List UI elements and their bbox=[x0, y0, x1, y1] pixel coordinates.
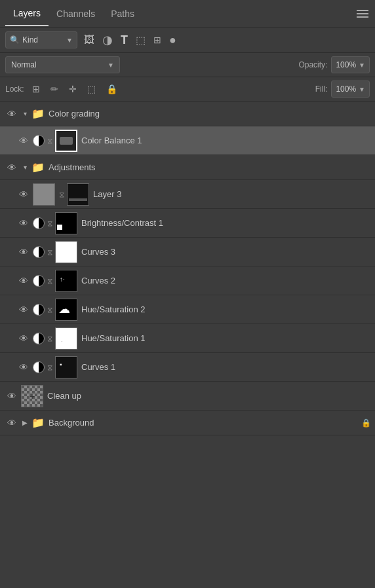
layer-thumbnail bbox=[55, 130, 77, 152]
lock-transparent-icon[interactable]: ⊞ bbox=[30, 83, 43, 96]
fill-group: Fill: 100% ▼ bbox=[315, 81, 370, 98]
kind-dropdown[interactable]: 🔍 Kind ▼ bbox=[5, 31, 77, 48]
filter-type-icon[interactable]: T bbox=[119, 32, 129, 48]
layer-name: Brightness/Contrast 1 bbox=[81, 218, 371, 228]
lock-pixels-icon[interactable]: ✏ bbox=[48, 83, 61, 96]
layer-thumbnail bbox=[21, 385, 43, 407]
visibility-icon[interactable]: 👁 bbox=[17, 362, 30, 373]
layer-thumbnail bbox=[55, 212, 77, 234]
layer-name: Adjustments bbox=[49, 162, 371, 172]
filter-image-icon[interactable]: 🖼 bbox=[83, 33, 96, 47]
lock-all-icon[interactable]: 🔒 bbox=[104, 83, 120, 96]
layer-name: Background bbox=[49, 418, 359, 428]
kind-label: Kind bbox=[22, 35, 64, 45]
folder-icon: 📁 bbox=[31, 161, 45, 174]
kind-arrow-icon: ▼ bbox=[66, 37, 73, 44]
adjustment-icon bbox=[33, 217, 45, 229]
adjustment-icon bbox=[33, 246, 45, 258]
layer-thumbnail bbox=[33, 183, 55, 206]
layer-row[interactable]: 👁 ▾ 📁 Adjustments bbox=[0, 155, 375, 180]
layer-row[interactable]: 👁 ⧖ Hue/Saturation 1 bbox=[0, 324, 375, 353]
expand-arrow-icon[interactable]: ▶ bbox=[21, 419, 29, 426]
panel-menu-icon[interactable] bbox=[357, 10, 368, 18]
lock-artboard-icon[interactable]: ⬚ bbox=[85, 83, 98, 96]
expand-arrow-icon[interactable]: ▾ bbox=[21, 164, 29, 171]
layer-thumbnail bbox=[55, 356, 77, 378]
tab-channels[interactable]: Channels bbox=[49, 2, 103, 26]
fill-label: Fill: bbox=[315, 84, 328, 94]
visibility-icon[interactable]: 👁 bbox=[17, 247, 30, 257]
opacity-value: 100% bbox=[336, 60, 356, 69]
filter-smartobject-icon[interactable]: ⊞ bbox=[152, 33, 163, 46]
link-icon: ⧖ bbox=[47, 136, 52, 145]
lock-label: Lock: bbox=[5, 84, 24, 94]
layer-row[interactable]: 👁 ⧖ Brightness/Contrast 1 bbox=[0, 209, 375, 238]
visibility-icon[interactable]: 👁 bbox=[17, 333, 30, 344]
layer-row[interactable]: 👁 ⧖ Layer 3 bbox=[0, 180, 375, 209]
blend-mode-label: Normal bbox=[11, 60, 37, 69]
link-icon: ⧖ bbox=[47, 305, 52, 314]
locked-icon: 🔒 bbox=[361, 418, 371, 428]
folder-icon: 📁 bbox=[31, 416, 45, 429]
blend-mode-arrow-icon: ▼ bbox=[108, 62, 114, 69]
layer-thumbnail bbox=[55, 299, 77, 321]
link-icon: ⧖ bbox=[59, 190, 64, 199]
tab-paths[interactable]: Paths bbox=[103, 2, 142, 26]
layer-row[interactable]: 👁 ⧖ Curves 3 bbox=[0, 238, 375, 266]
layer-mask-thumbnail bbox=[67, 183, 89, 206]
layer-name: Color Balance 1 bbox=[81, 136, 371, 145]
layer-thumbnail bbox=[55, 241, 77, 263]
link-icon: ⧖ bbox=[47, 276, 52, 285]
layer-row[interactable]: 👁 ⧖ Color Balance 1 bbox=[0, 126, 375, 155]
layer-row[interactable]: 👁 ⧖ Curves 2 bbox=[0, 266, 375, 295]
adjustment-icon bbox=[33, 275, 45, 287]
layer-row[interactable]: 👁 ⧖ Curves 1 bbox=[0, 353, 375, 382]
link-icon: ⧖ bbox=[47, 334, 52, 343]
adjustment-icon bbox=[33, 304, 45, 316]
visibility-icon[interactable]: 👁 bbox=[17, 304, 30, 315]
blend-opacity-row: Normal ▼ Opacity: 100% ▼ bbox=[0, 53, 375, 77]
tabs-bar: Layers Channels Paths bbox=[0, 0, 375, 28]
layer-name: Layer 3 bbox=[93, 189, 371, 199]
layer-row[interactable]: 👁 ▶ 📁 Background 🔒 bbox=[0, 411, 375, 435]
fill-arrow-icon: ▼ bbox=[359, 86, 365, 93]
lock-position-icon[interactable]: ✛ bbox=[66, 83, 79, 96]
filter-pixel-icon[interactable]: ● bbox=[168, 32, 178, 48]
layer-row[interactable]: 👁 Clean up bbox=[0, 382, 375, 411]
layer-name: Clean up bbox=[47, 391, 371, 401]
search-icon: 🔍 bbox=[10, 35, 20, 45]
layer-name: Hue/Saturation 2 bbox=[81, 304, 371, 314]
link-icon: ⧖ bbox=[47, 248, 52, 257]
opacity-group: Opacity: 100% ▼ bbox=[298, 56, 370, 73]
visibility-icon[interactable]: 👁 bbox=[17, 136, 30, 146]
tab-layers[interactable]: Layers bbox=[5, 1, 49, 26]
filter-shape-icon[interactable]: ⬚ bbox=[134, 33, 147, 48]
visibility-icon[interactable]: 👁 bbox=[5, 391, 18, 401]
link-icon: ⧖ bbox=[47, 219, 52, 228]
fill-input[interactable]: 100% ▼ bbox=[331, 81, 370, 98]
layer-thumbnail bbox=[55, 327, 77, 350]
layer-name: Curves 1 bbox=[81, 362, 371, 372]
visibility-icon[interactable]: 👁 bbox=[17, 218, 30, 229]
visibility-icon[interactable]: 👁 bbox=[5, 162, 18, 173]
filter-adjustment-icon[interactable]: ◑ bbox=[101, 31, 114, 48]
layer-name: Hue/Saturation 1 bbox=[81, 333, 371, 343]
adjustment-icon bbox=[33, 333, 45, 344]
layer-row[interactable]: 👁 ▾ 📁 Color grading bbox=[0, 101, 375, 126]
layer-thumbnail bbox=[55, 270, 77, 292]
kind-toolbar: 🔍 Kind ▼ 🖼 ◑ T ⬚ ⊞ ● bbox=[0, 28, 375, 53]
blend-mode-dropdown[interactable]: Normal ▼ bbox=[5, 56, 120, 73]
opacity-arrow-icon: ▼ bbox=[359, 62, 365, 69]
opacity-label: Opacity: bbox=[298, 60, 327, 69]
layer-row[interactable]: 👁 ⧖ Hue/Saturation 2 bbox=[0, 295, 375, 324]
visibility-icon[interactable]: 👁 bbox=[17, 276, 30, 286]
visibility-icon[interactable]: 👁 bbox=[17, 189, 30, 200]
layer-name: Color grading bbox=[49, 109, 371, 119]
visibility-icon[interactable]: 👁 bbox=[5, 418, 18, 428]
visibility-icon[interactable]: 👁 bbox=[5, 109, 18, 119]
lock-fill-row: Lock: ⊞ ✏ ✛ ⬚ 🔒 Fill: 100% ▼ bbox=[0, 77, 375, 101]
layer-name: Curves 3 bbox=[81, 247, 371, 257]
link-icon: ⧖ bbox=[47, 363, 52, 372]
opacity-input[interactable]: 100% ▼ bbox=[331, 56, 370, 73]
expand-arrow-icon[interactable]: ▾ bbox=[21, 110, 29, 117]
